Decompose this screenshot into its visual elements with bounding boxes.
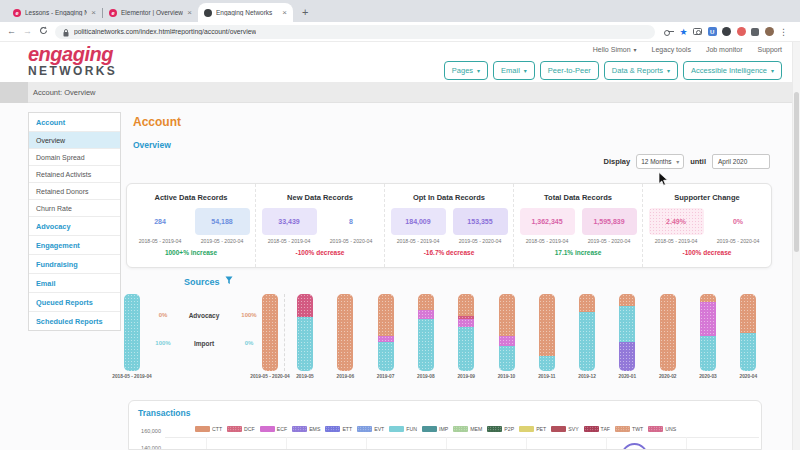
extension-u-icon[interactable]: U [708,27,717,36]
top-link-support[interactable]: Support [757,46,782,53]
url-bar: ← → politicalnetworks.com/index.html#rep… [0,22,800,42]
bar-segment-advocacy [619,294,635,306]
sidebar-item-account[interactable]: Account [29,113,120,132]
legend-item-svy: SVY [551,426,578,432]
close-icon[interactable]: × [282,9,287,17]
legend-item-imp: IMP [422,426,448,432]
user-menu[interactable]: Hello Simon ▾ [593,46,637,53]
stat-card: Active Data Records28454,1882018-05 - 20… [127,184,255,267]
legend-item-pet: PET [519,426,546,432]
nav-button-pages[interactable]: Pages▾ [444,61,488,80]
legend-item-twt: TWT [615,426,643,432]
legend-item-mem: MEM [453,426,482,432]
stat-change: -100% decrease [643,249,771,256]
browser-tab[interactable]: eElementor | Overview Report× [103,3,198,22]
until-date-input[interactable]: April 2020 [712,154,770,169]
close-icon[interactable]: × [91,9,96,17]
stat-period-label: 2018-05 - 2019-04 [391,238,446,244]
nav-button-email[interactable]: Email▾ [493,61,535,80]
sidebar-item-retained-activists[interactable]: Retained Activists [29,166,120,183]
sidebar-item-scheduled-reports[interactable]: Scheduled Reports [29,312,120,330]
back-icon[interactable]: ← [7,27,16,36]
filter-funnel-icon[interactable] [225,276,233,287]
reload-icon[interactable] [39,26,48,37]
key-icon[interactable] [664,29,674,35]
legend-swatch [551,426,566,432]
address-bar[interactable]: politicalnetworks.com/index.html#reporti… [55,25,655,39]
sidebar-item-engagement[interactable]: Engagement [29,236,120,255]
overview-section-title: Overview [133,140,171,150]
bar-segment-advocacy [337,294,353,371]
sidebar-item-email[interactable]: Email [29,274,120,293]
browser-tab[interactable]: Engaging Networks× [198,3,293,22]
page-title: Account [133,115,181,129]
legend-swatch [260,426,275,432]
nav-button-peer-to-peer[interactable]: Peer-to-Peer [540,61,599,80]
extensions-puzzle-icon[interactable] [751,28,759,36]
transactions-card: Transactions CTTDCFECFEMSETTEVTFUNIMPMEM… [128,400,762,450]
stat-value: 8 [324,208,379,235]
extension-dark-icon[interactable] [722,27,731,36]
legend-text: EVT [374,426,384,432]
sidebar-item-fundraising[interactable]: Fundraising [29,255,120,274]
bar-segment-orchid [499,336,515,345]
stat-periods: 2018-05 - 2019-042019-05 - 2020-04 [514,238,642,244]
legend-swatch [325,426,340,432]
legend-swatch [389,426,404,432]
top-link-job-monitor[interactable]: Job monitor [706,46,743,53]
transactions-title: Transactions [138,408,190,418]
bar-segment-advocacy [740,294,756,333]
circle-annotation [621,443,648,450]
scrollbar-thumb[interactable] [794,92,799,252]
legend-text: UNS [665,426,676,432]
bar-segment-import [458,327,474,371]
legend-item-taf: TAF [584,426,610,432]
close-icon[interactable]: × [187,9,192,17]
stat-change: 17.1% increase [514,249,642,256]
extension-red-icon[interactable] [737,27,746,36]
legend-text: TWT [632,426,643,432]
legend-swatch [615,426,630,432]
profile-avatar[interactable] [765,27,774,36]
period-select[interactable]: 12 Months ▾ [636,154,684,169]
forward-icon[interactable]: → [23,27,32,36]
legend-text: ETT [342,426,352,432]
legend-swatch [422,426,437,432]
nav-button-accessible-intelligence[interactable]: Accessible Intelligence▾ [683,61,782,80]
stat-values: 33,4398 [256,208,384,235]
top-link-legacy-tools[interactable]: Legacy tools [652,46,691,53]
gridline-v [206,437,207,449]
elementor-favicon-icon: e [13,9,21,17]
menu-dots-icon[interactable]: ⋮ [779,27,788,37]
sidebar-item-domain-spread[interactable]: Domain Spread [29,149,120,166]
legend-swatch [487,426,502,432]
new-tab-button[interactable]: + [302,6,308,18]
site-header: engaging NETWORKS Hello Simon ▾ Legacy t… [0,42,800,82]
sidebar-item-churn-rate[interactable]: Churn Rate [29,200,120,217]
legend-text: FUN [406,426,417,432]
chevron-down-icon: ▾ [676,159,679,165]
breadcrumb-bar: Account: Overview [0,82,800,103]
sidebar-item-queued-reports[interactable]: Queued Reports [29,293,120,312]
nav-button-label: Pages [452,66,473,75]
nav-button-data-reports[interactable]: Data & Reports▾ [604,61,678,80]
stat-period-label: 2018-05 - 2019-04 [262,238,317,244]
bar-segment-advocacy [458,294,474,316]
camera-icon[interactable] [693,28,702,35]
browser-tab[interactable]: eLessons - Engaging Network× [7,3,102,22]
stat-card: Opt In Data Records184,009153,3552018-05… [384,184,513,267]
nav-button-label: Email [501,66,520,75]
breadcrumb-left-block [0,82,28,103]
month-bar [378,294,394,371]
sidebar-item-retained-donors[interactable]: Retained Donors [29,183,120,200]
gridline-v [446,437,447,449]
legend-item-evt: EVT [357,426,384,432]
legend-item-fun: FUN [389,426,417,432]
sidebar-item-overview[interactable]: Overview [29,132,120,149]
bar-segment-orchid [378,336,394,342]
stat-title: Active Data Records [127,193,255,202]
sidebar-item-advocacy[interactable]: Advocacy [29,217,120,236]
y-axis-tick: 160,000 [133,428,161,434]
stat-values: 28454,188 [127,208,255,235]
bookmark-star-icon[interactable]: ★ [680,27,688,37]
